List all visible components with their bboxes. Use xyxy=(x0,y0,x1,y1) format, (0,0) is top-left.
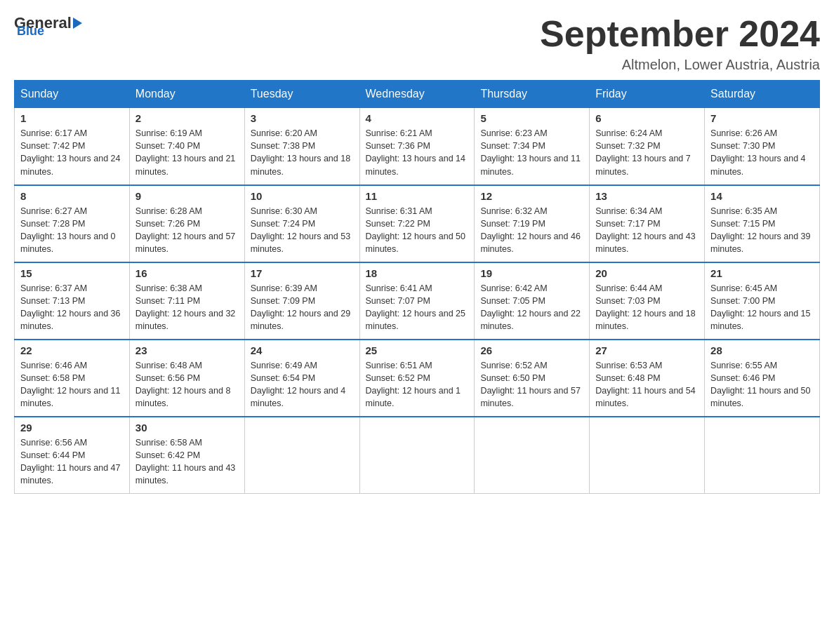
day-number: 17 xyxy=(251,267,354,279)
table-row: 16Sunrise: 6:38 AMSunset: 7:11 PMDayligh… xyxy=(129,262,244,340)
day-number: 9 xyxy=(135,190,239,202)
header-monday: Monday xyxy=(129,81,244,108)
day-info: Sunrise: 6:44 AMSunset: 7:03 PMDaylight:… xyxy=(595,282,699,333)
page-header: General Blue September 2024 Altmelon, Lo… xyxy=(14,14,820,73)
table-row: 24Sunrise: 6:49 AMSunset: 6:54 PMDayligh… xyxy=(244,340,359,417)
header-tuesday: Tuesday xyxy=(244,81,359,108)
day-info: Sunrise: 6:35 AMSunset: 7:15 PMDaylight:… xyxy=(710,205,814,256)
day-number: 24 xyxy=(251,344,354,356)
day-number: 3 xyxy=(251,112,354,124)
table-row: 25Sunrise: 6:51 AMSunset: 6:52 PMDayligh… xyxy=(359,340,475,417)
table-row: 14Sunrise: 6:35 AMSunset: 7:15 PMDayligh… xyxy=(705,185,820,262)
logo-blue: Blue xyxy=(17,24,44,39)
calendar-week-row: 8Sunrise: 6:27 AMSunset: 7:28 PMDaylight… xyxy=(15,185,820,262)
table-row xyxy=(475,417,590,494)
table-row: 18Sunrise: 6:41 AMSunset: 7:07 PMDayligh… xyxy=(359,262,475,340)
table-row: 28Sunrise: 6:55 AMSunset: 6:46 PMDayligh… xyxy=(705,340,820,417)
day-info: Sunrise: 6:37 AMSunset: 7:13 PMDaylight:… xyxy=(20,282,124,333)
day-info: Sunrise: 6:42 AMSunset: 7:05 PMDaylight:… xyxy=(480,282,583,333)
day-number: 21 xyxy=(710,267,814,279)
day-number: 2 xyxy=(135,112,239,124)
day-info: Sunrise: 6:55 AMSunset: 6:46 PMDaylight:… xyxy=(710,359,814,410)
day-info: Sunrise: 6:48 AMSunset: 6:56 PMDaylight:… xyxy=(135,359,239,410)
table-row: 8Sunrise: 6:27 AMSunset: 7:28 PMDaylight… xyxy=(15,185,130,262)
day-info: Sunrise: 6:31 AMSunset: 7:22 PMDaylight:… xyxy=(366,205,469,256)
month-title: September 2024 xyxy=(540,14,820,54)
table-row: 30Sunrise: 6:58 AMSunset: 6:42 PMDayligh… xyxy=(129,417,244,494)
table-row: 7Sunrise: 6:26 AMSunset: 7:30 PMDaylight… xyxy=(705,108,820,185)
day-info: Sunrise: 6:41 AMSunset: 7:07 PMDaylight:… xyxy=(366,282,469,333)
day-number: 5 xyxy=(480,112,583,124)
day-number: 13 xyxy=(595,190,699,202)
day-number: 23 xyxy=(135,344,239,356)
day-info: Sunrise: 6:38 AMSunset: 7:11 PMDaylight:… xyxy=(135,282,239,333)
table-row: 4Sunrise: 6:21 AMSunset: 7:36 PMDaylight… xyxy=(359,108,475,185)
day-info: Sunrise: 6:19 AMSunset: 7:40 PMDaylight:… xyxy=(135,127,239,178)
day-info: Sunrise: 6:45 AMSunset: 7:00 PMDaylight:… xyxy=(710,282,814,333)
day-number: 16 xyxy=(135,267,239,279)
day-info: Sunrise: 6:39 AMSunset: 7:09 PMDaylight:… xyxy=(251,282,354,333)
table-row: 12Sunrise: 6:32 AMSunset: 7:19 PMDayligh… xyxy=(475,185,590,262)
calendar-table: Sunday Monday Tuesday Wednesday Thursday… xyxy=(14,80,820,494)
calendar-week-row: 29Sunrise: 6:56 AMSunset: 6:44 PMDayligh… xyxy=(15,417,820,494)
day-number: 11 xyxy=(366,190,469,202)
day-number: 12 xyxy=(480,190,583,202)
header-saturday: Saturday xyxy=(705,81,820,108)
table-row: 2Sunrise: 6:19 AMSunset: 7:40 PMDaylight… xyxy=(129,108,244,185)
day-number: 7 xyxy=(710,112,814,124)
table-row: 15Sunrise: 6:37 AMSunset: 7:13 PMDayligh… xyxy=(15,262,130,340)
day-number: 30 xyxy=(135,422,239,434)
day-info: Sunrise: 6:34 AMSunset: 7:17 PMDaylight:… xyxy=(595,205,699,256)
header-sunday: Sunday xyxy=(15,81,130,108)
table-row: 6Sunrise: 6:24 AMSunset: 7:32 PMDaylight… xyxy=(590,108,705,185)
table-row: 11Sunrise: 6:31 AMSunset: 7:22 PMDayligh… xyxy=(359,185,475,262)
day-info: Sunrise: 6:46 AMSunset: 6:58 PMDaylight:… xyxy=(20,359,124,410)
calendar-week-row: 15Sunrise: 6:37 AMSunset: 7:13 PMDayligh… xyxy=(15,262,820,340)
day-number: 10 xyxy=(251,190,354,202)
logo: General Blue xyxy=(14,14,84,39)
day-number: 14 xyxy=(710,190,814,202)
table-row: 22Sunrise: 6:46 AMSunset: 6:58 PMDayligh… xyxy=(15,340,130,417)
table-row: 23Sunrise: 6:48 AMSunset: 6:56 PMDayligh… xyxy=(129,340,244,417)
day-number: 20 xyxy=(595,267,699,279)
table-row xyxy=(244,417,359,494)
day-number: 19 xyxy=(480,267,583,279)
day-number: 27 xyxy=(595,344,699,356)
day-info: Sunrise: 6:53 AMSunset: 6:48 PMDaylight:… xyxy=(595,359,699,410)
day-info: Sunrise: 6:17 AMSunset: 7:42 PMDaylight:… xyxy=(20,127,124,178)
header-wednesday: Wednesday xyxy=(359,81,475,108)
table-row: 19Sunrise: 6:42 AMSunset: 7:05 PMDayligh… xyxy=(475,262,590,340)
table-row: 13Sunrise: 6:34 AMSunset: 7:17 PMDayligh… xyxy=(590,185,705,262)
table-row: 1Sunrise: 6:17 AMSunset: 7:42 PMDaylight… xyxy=(15,108,130,185)
day-info: Sunrise: 6:21 AMSunset: 7:36 PMDaylight:… xyxy=(366,127,469,178)
table-row: 26Sunrise: 6:52 AMSunset: 6:50 PMDayligh… xyxy=(475,340,590,417)
day-number: 28 xyxy=(710,344,814,356)
table-row: 27Sunrise: 6:53 AMSunset: 6:48 PMDayligh… xyxy=(590,340,705,417)
day-info: Sunrise: 6:52 AMSunset: 6:50 PMDaylight:… xyxy=(480,359,583,410)
header-friday: Friday xyxy=(590,81,705,108)
day-number: 6 xyxy=(595,112,699,124)
table-row: 9Sunrise: 6:28 AMSunset: 7:26 PMDaylight… xyxy=(129,185,244,262)
day-info: Sunrise: 6:24 AMSunset: 7:32 PMDaylight:… xyxy=(595,127,699,178)
day-info: Sunrise: 6:28 AMSunset: 7:26 PMDaylight:… xyxy=(135,205,239,256)
day-info: Sunrise: 6:56 AMSunset: 6:44 PMDaylight:… xyxy=(20,436,124,488)
day-info: Sunrise: 6:51 AMSunset: 6:52 PMDaylight:… xyxy=(366,359,469,410)
table-row xyxy=(705,417,820,494)
calendar-week-row: 1Sunrise: 6:17 AMSunset: 7:42 PMDaylight… xyxy=(15,108,820,185)
day-number: 4 xyxy=(366,112,469,124)
header-thursday: Thursday xyxy=(475,81,590,108)
day-info: Sunrise: 6:32 AMSunset: 7:19 PMDaylight:… xyxy=(480,205,583,256)
day-info: Sunrise: 6:30 AMSunset: 7:24 PMDaylight:… xyxy=(251,205,354,256)
day-info: Sunrise: 6:26 AMSunset: 7:30 PMDaylight:… xyxy=(710,127,814,178)
table-row: 29Sunrise: 6:56 AMSunset: 6:44 PMDayligh… xyxy=(15,417,130,494)
weekday-header-row: Sunday Monday Tuesday Wednesday Thursday… xyxy=(15,81,820,108)
day-number: 29 xyxy=(20,422,124,434)
table-row: 10Sunrise: 6:30 AMSunset: 7:24 PMDayligh… xyxy=(244,185,359,262)
day-number: 26 xyxy=(480,344,583,356)
day-info: Sunrise: 6:20 AMSunset: 7:38 PMDaylight:… xyxy=(251,127,354,178)
table-row: 17Sunrise: 6:39 AMSunset: 7:09 PMDayligh… xyxy=(244,262,359,340)
calendar-week-row: 22Sunrise: 6:46 AMSunset: 6:58 PMDayligh… xyxy=(15,340,820,417)
day-number: 1 xyxy=(20,112,124,124)
day-number: 15 xyxy=(20,267,124,279)
table-row: 20Sunrise: 6:44 AMSunset: 7:03 PMDayligh… xyxy=(590,262,705,340)
